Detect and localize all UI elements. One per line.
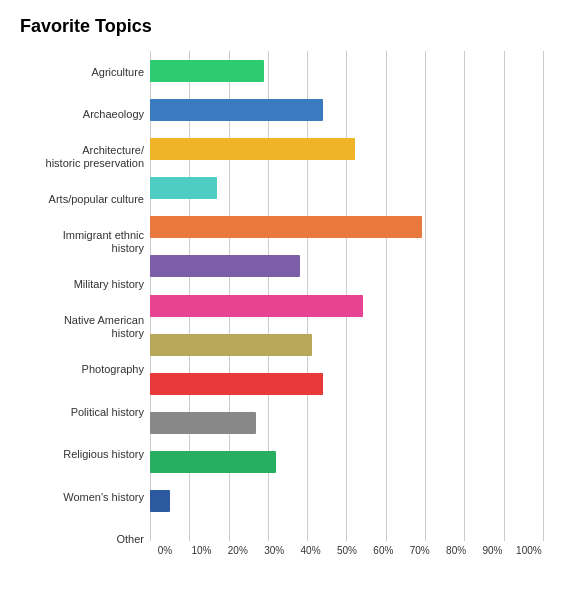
x-axis-label: 80%	[441, 545, 471, 561]
bar-row	[150, 134, 544, 164]
y-label: Women's history	[20, 479, 144, 515]
bar-row	[150, 486, 544, 516]
x-axis-labels: 0%10%20%30%40%50%60%70%80%90%100%	[150, 541, 544, 561]
chart-title: Favorite Topics	[20, 16, 544, 37]
bar-row	[150, 56, 544, 86]
chart-area: AgricultureArchaeologyArchitecture/histo…	[20, 51, 544, 561]
bar	[150, 138, 355, 160]
chart-container: Favorite Topics AgricultureArchaeologyAr…	[0, 0, 564, 599]
y-label: Other	[20, 522, 144, 558]
bar-row	[150, 173, 544, 203]
x-axis-label: 100%	[514, 545, 544, 561]
bars-wrapper	[150, 51, 544, 541]
x-axis-label: 10%	[186, 545, 216, 561]
y-label: Arts/popular culture	[20, 182, 144, 218]
y-label: Political history	[20, 394, 144, 430]
x-axis-label: 30%	[259, 545, 289, 561]
bar	[150, 412, 256, 434]
y-label: Native Americanhistory	[20, 309, 144, 345]
y-label: Military history	[20, 267, 144, 303]
bar	[150, 255, 300, 277]
bar	[150, 490, 170, 512]
y-label: Religious history	[20, 437, 144, 473]
y-label: Architecture/historic preservation	[20, 139, 144, 175]
bar-row	[150, 212, 544, 242]
bar	[150, 177, 217, 199]
bar-row	[150, 251, 544, 281]
bar	[150, 216, 422, 238]
x-axis-label: 90%	[478, 545, 508, 561]
bar-row	[150, 95, 544, 125]
y-label: Agriculture	[20, 54, 144, 90]
x-axis-label: 70%	[405, 545, 435, 561]
y-label: Photography	[20, 352, 144, 388]
bar	[150, 60, 264, 82]
bar-row	[150, 447, 544, 477]
bar	[150, 295, 363, 317]
bar-row	[150, 408, 544, 438]
x-axis-label: 60%	[368, 545, 398, 561]
x-axis-label: 0%	[150, 545, 180, 561]
y-labels: AgricultureArchaeologyArchitecture/histo…	[20, 51, 150, 561]
bar-row	[150, 369, 544, 399]
x-axis-label: 40%	[296, 545, 326, 561]
bar-row	[150, 291, 544, 321]
bar	[150, 99, 323, 121]
bar	[150, 334, 312, 356]
x-axis-label: 50%	[332, 545, 362, 561]
bar-row	[150, 330, 544, 360]
bar	[150, 373, 323, 395]
y-label: Immigrant ethnichistory	[20, 224, 144, 260]
y-label: Archaeology	[20, 97, 144, 133]
bars-section: 0%10%20%30%40%50%60%70%80%90%100%	[150, 51, 544, 561]
x-axis-label: 20%	[223, 545, 253, 561]
bar	[150, 451, 276, 473]
